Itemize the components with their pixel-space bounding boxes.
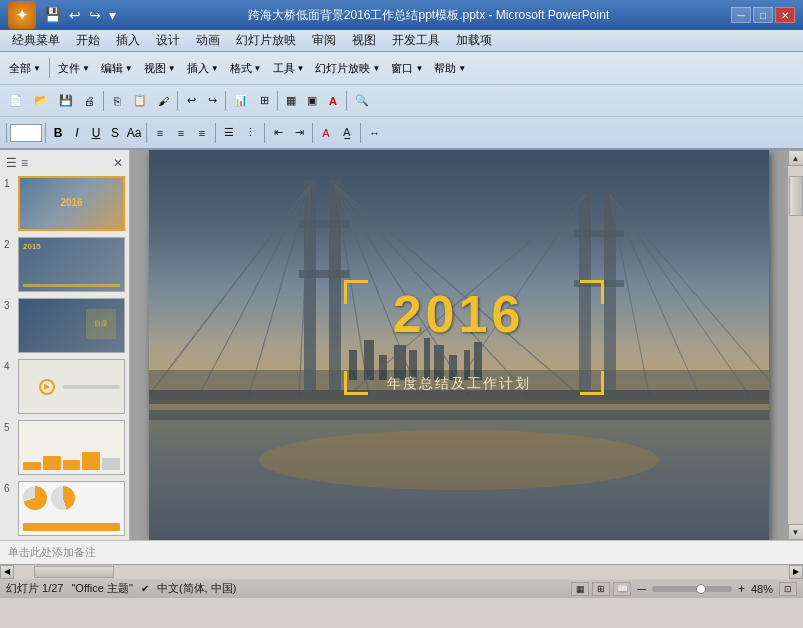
close-btn[interactable]: ✕ bbox=[775, 7, 795, 23]
normal-view-btn[interactable]: ▦ bbox=[571, 582, 589, 596]
submenu-file[interactable]: 文件▼ bbox=[53, 59, 95, 78]
menu-insert[interactable]: 插入 bbox=[108, 30, 148, 51]
redo-quick-btn[interactable]: ↪ bbox=[87, 5, 103, 25]
bold-btn[interactable]: B bbox=[49, 124, 67, 142]
indent-dec-btn[interactable]: ⇤ bbox=[268, 122, 288, 144]
table-btn[interactable]: ⊞ bbox=[254, 90, 274, 112]
align-left-btn[interactable]: ≡ bbox=[150, 122, 170, 144]
submenu-slideshow[interactable]: 幻灯片放映▼ bbox=[310, 59, 385, 78]
slide-img-2[interactable]: 2015 bbox=[18, 237, 125, 292]
bracket-top-right bbox=[580, 280, 604, 304]
sep6 bbox=[346, 91, 347, 111]
scroll-left-btn[interactable]: ◀ bbox=[0, 565, 14, 579]
submenu-view[interactable]: 视图▼ bbox=[139, 59, 181, 78]
notes-placeholder[interactable]: 单击此处添加备注 bbox=[8, 545, 96, 560]
font-size-input[interactable]: 18 bbox=[10, 124, 42, 142]
slide-img-3[interactable]: 目录 bbox=[18, 298, 125, 353]
zoom-thumb[interactable] bbox=[696, 584, 706, 594]
slide-img-5[interactable] bbox=[18, 420, 125, 475]
slide-sorter-btn[interactable]: ⊞ bbox=[592, 582, 610, 596]
slide-thumb-5[interactable]: 5 bbox=[4, 420, 125, 475]
new-btn[interactable]: 📄 bbox=[4, 90, 28, 112]
num-list-btn[interactable]: ⋮ bbox=[240, 122, 261, 144]
format-painter-btn[interactable]: 🖌 bbox=[153, 90, 174, 112]
slide-thumb-3[interactable]: 3 目录 bbox=[4, 298, 125, 353]
paste-btn[interactable]: 📋 bbox=[128, 90, 152, 112]
scroll-track[interactable] bbox=[788, 166, 804, 524]
submenu-insert[interactable]: 插入▼ bbox=[182, 59, 224, 78]
slide-img-1[interactable]: 2016 bbox=[18, 176, 125, 231]
align-center-btn[interactable]: ≡ bbox=[171, 122, 191, 144]
save-quick-btn[interactable]: 💾 bbox=[42, 5, 63, 25]
align-right-btn[interactable]: ≡ bbox=[192, 122, 212, 144]
zoom-slider[interactable] bbox=[652, 586, 732, 592]
slide-thumb-2[interactable]: 2 2015 bbox=[4, 237, 125, 292]
text-color-btn[interactable]: A bbox=[323, 90, 343, 112]
slide-thumb-6[interactable]: 6 bbox=[4, 481, 125, 536]
zoom-level[interactable]: 48% bbox=[751, 583, 773, 595]
slide-img-6[interactable] bbox=[18, 481, 125, 536]
slide-thumb-4[interactable]: 4 ▶ bbox=[4, 359, 125, 414]
chart-btn[interactable]: 📊 bbox=[229, 90, 253, 112]
submenu-edit[interactable]: 编辑▼ bbox=[96, 59, 138, 78]
underline-btn[interactable]: U bbox=[87, 124, 105, 142]
print-btn[interactable]: 🖨 bbox=[79, 90, 100, 112]
canvas-area: 2016 年度总结及工作计划 bbox=[130, 150, 787, 540]
scroll-up-btn[interactable]: ▲ bbox=[788, 150, 804, 166]
shadow-btn[interactable]: S bbox=[106, 124, 124, 142]
submenu-window[interactable]: 窗口▼ bbox=[386, 59, 428, 78]
menu-design[interactable]: 设计 bbox=[148, 30, 188, 51]
panel-icon-outline[interactable]: ≡ bbox=[21, 156, 28, 170]
scroll-down-btn[interactable]: ▼ bbox=[788, 524, 804, 540]
replace-btn[interactable]: ↔ bbox=[364, 122, 385, 144]
fit-window-btn[interactable]: ⊡ bbox=[779, 582, 797, 596]
font-size-inc-btn[interactable]: Aa bbox=[125, 124, 143, 142]
slide-img-4[interactable]: ▶ bbox=[18, 359, 125, 414]
scroll-thumb[interactable] bbox=[789, 176, 803, 216]
slide-canvas[interactable]: 2016 年度总结及工作计划 bbox=[149, 150, 769, 540]
text-color-a-btn[interactable]: A bbox=[316, 122, 336, 144]
menu-developer[interactable]: 开发工具 bbox=[384, 30, 448, 51]
menu-view[interactable]: 视图 bbox=[344, 30, 384, 51]
zoom-minus-btn[interactable]: ─ bbox=[637, 582, 646, 596]
menu-addins[interactable]: 加载项 bbox=[448, 30, 500, 51]
redo-btn[interactable]: ↪ bbox=[202, 90, 222, 112]
copy-btn[interactable]: ⎘ bbox=[107, 90, 127, 112]
save-btn[interactable]: 💾 bbox=[54, 90, 78, 112]
font-color-btn[interactable]: A̲ bbox=[337, 122, 357, 144]
list-btn[interactable]: ☰ bbox=[219, 122, 239, 144]
bottom-scroll-thumb[interactable] bbox=[34, 566, 114, 578]
italic-btn[interactable]: I bbox=[68, 124, 86, 142]
menu-slideshow[interactable]: 幻灯片放映 bbox=[228, 30, 304, 51]
menu-review[interactable]: 审阅 bbox=[304, 30, 344, 51]
search-btn[interactable]: 🔍 bbox=[350, 90, 374, 112]
slide-thumb-1[interactable]: 1 2016 bbox=[4, 176, 125, 231]
view-btn1[interactable]: ▦ bbox=[281, 90, 301, 112]
zoom-plus-btn[interactable]: + bbox=[738, 582, 745, 596]
menu-home[interactable]: 开始 bbox=[68, 30, 108, 51]
open-btn[interactable]: 📂 bbox=[29, 90, 53, 112]
submenu-help[interactable]: 帮助▼ bbox=[429, 59, 471, 78]
reading-view-btn[interactable]: 📖 bbox=[613, 582, 631, 596]
indent-inc-btn[interactable]: ⇥ bbox=[289, 122, 309, 144]
undo-btn[interactable]: ↩ bbox=[181, 90, 201, 112]
undo-quick-btn[interactable]: ↩ bbox=[67, 5, 83, 25]
scroll-right-btn[interactable]: ▶ bbox=[789, 565, 803, 579]
slide-year: 2016 bbox=[393, 284, 525, 344]
expand-quick-btn[interactable]: ▾ bbox=[107, 5, 118, 25]
office-button[interactable]: ✦ bbox=[8, 1, 36, 29]
bottom-scroll-track[interactable] bbox=[14, 565, 789, 579]
submenu-format[interactable]: 格式▼ bbox=[225, 59, 267, 78]
panel-icon-slides[interactable]: ☰ bbox=[6, 156, 17, 170]
minimize-btn[interactable]: ─ bbox=[731, 7, 751, 23]
restore-btn[interactable]: □ bbox=[753, 7, 773, 23]
svg-rect-36 bbox=[149, 400, 769, 404]
panel-close-btn[interactable]: ✕ bbox=[113, 156, 123, 170]
menu-animation[interactable]: 动画 bbox=[188, 30, 228, 51]
submenu-tools[interactable]: 工具▼ bbox=[268, 59, 310, 78]
panel-icons: ☰ ≡ bbox=[6, 156, 28, 170]
view-btn2[interactable]: ▣ bbox=[302, 90, 322, 112]
submenu-all[interactable]: 全部▼ bbox=[4, 59, 46, 78]
menu-classic[interactable]: 经典菜单 bbox=[4, 30, 68, 51]
slide-num-1: 1 bbox=[4, 178, 14, 189]
